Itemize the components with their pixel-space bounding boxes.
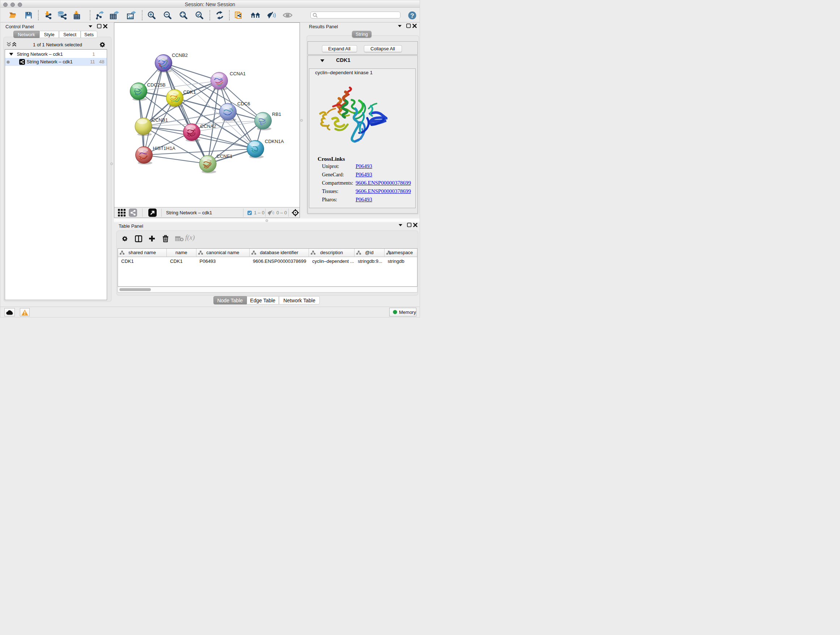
svg-text:?: ? — [410, 12, 414, 19]
svg-text:CCNA1: CCNA1 — [230, 71, 246, 76]
svg-text:RB1: RB1 — [272, 111, 281, 117]
svg-text:CDKN1A: CDKN1A — [265, 139, 284, 144]
svg-text:CDC6: CDC6 — [237, 101, 250, 106]
svg-text:HIST1H1A: HIST1H1A — [153, 146, 175, 151]
svg-text:CCNA2: CCNA2 — [201, 124, 216, 129]
svg-text:CCNE1: CCNE1 — [217, 154, 233, 159]
svg-text:CCNB2: CCNB2 — [172, 52, 188, 58]
svg-text:CDK1: CDK1 — [183, 89, 196, 95]
svg-text:CDC25B: CDC25B — [147, 82, 166, 88]
svg-text:CCNB1: CCNB1 — [152, 117, 168, 123]
